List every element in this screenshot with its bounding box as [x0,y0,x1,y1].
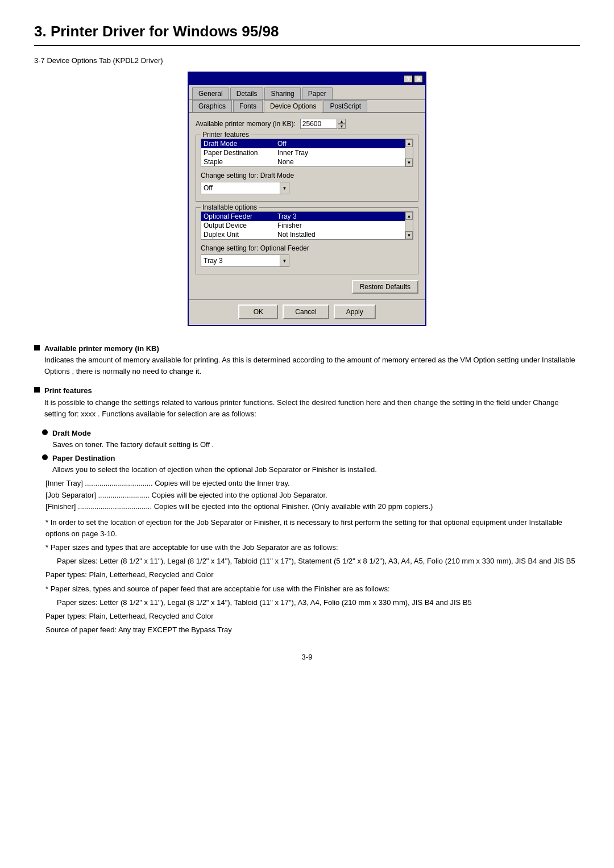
desc-features-content: Print features It is possible to change … [44,385,580,419]
ok-button[interactable]: OK [238,304,278,319]
tab-postscript[interactable]: PostScript [323,100,367,112]
installable-list[interactable]: Optional Feeder Tray 3 Output Device Fin… [201,211,413,240]
note-2: * Paper sizes and types that are accepta… [45,542,580,553]
dialog-footer: OK Cancel Apply [189,299,425,325]
feature-row-staple[interactable]: Staple None [201,157,405,166]
table-rows: [Inner Tray] ...........................… [45,478,580,512]
installable-scroll-up[interactable]: ▲ [405,212,413,220]
installable-name-feeder: Optional Feeder [204,212,277,220]
change-dropdown2-row: Tray 3 ▼ [201,254,413,267]
tab-details[interactable]: Details [230,87,264,99]
feature-value-staple: None [277,158,403,166]
cancel-button[interactable]: Cancel [283,304,329,319]
desc-memory-title: Available printer memory (in KB) [44,344,159,353]
change-dropdown-value: Off [204,184,213,192]
memory-label: Available printer memory (in KB): [196,120,296,128]
installable-name-output: Output Device [204,222,277,229]
tabs-row1: General Details Sharing Paper [189,85,425,100]
installable-scrollbar[interactable]: ▲ ▼ [405,212,413,239]
sub-paper-dest-body: Allows you to select the location of eje… [52,465,377,474]
bullet-square-features [34,387,40,393]
memory-input-wrap: ▲ ▼ [300,119,346,129]
scroll-down-arrow[interactable]: ▼ [405,158,413,166]
close-button[interactable]: ✕ [414,75,423,83]
scroll-up-arrow[interactable]: ▲ [405,139,413,147]
dialog-titlebar: ? ✕ [189,73,425,85]
table-text-finisher: Copies will be ejected into the optional… [154,502,433,511]
change-setting-label: Change setting for: Draft Mode [201,172,413,180]
desc-item-memory: Available printer memory (in KB) Indicat… [34,343,580,377]
installable-name-duplex: Duplex Unit [204,231,277,239]
spin-up[interactable]: ▲ [338,119,346,124]
table-row-finisher: [Finisher] .............................… [45,501,580,512]
tab-sharing[interactable]: Sharing [264,87,300,99]
installable-row-feeder[interactable]: Optional Feeder Tray 3 [201,212,405,221]
table-row-job-sep: [Job Separator] ........................… [45,490,580,501]
feature-row-paper-dest[interactable]: Paper Destination Inner Tray [201,148,405,157]
change-dropdown[interactable]: Off [201,182,280,194]
table-text-inner: Copies will be ejected onto the Inner tr… [155,479,290,487]
features-list[interactable]: Draft Mode Off Paper Destination Inner T… [201,139,413,167]
title-buttons: ? ✕ [404,75,423,83]
sub-draft-content: Draft Mode Saves on toner. The factory d… [52,428,214,450]
features-scrollbar[interactable]: ▲ ▼ [405,139,413,166]
tab-fonts[interactable]: Fonts [233,100,263,112]
help-button[interactable]: ? [404,75,413,83]
change-dropdown2-value: Tray 3 [204,257,223,265]
sub-draft-body: Saves on toner. The factory default sett… [52,440,214,449]
sub-draft-mode: Draft Mode Saves on toner. The factory d… [42,428,580,450]
dialog-container: ? ✕ General Details Sharing Paper Graphi… [34,72,580,326]
installable-options-title: Installable options [201,203,259,211]
memory-spinner: ▲ ▼ [338,119,346,129]
printer-features-title: Printer features [201,131,251,139]
change-dropdown2[interactable]: Tray 3 [201,254,280,267]
change-dropdown2-arrow[interactable]: ▼ [280,254,289,267]
sub-draft-title: Draft Mode [52,429,91,437]
apply-button[interactable]: Apply [334,304,376,319]
change-dropdown-row: Off ▼ [201,182,413,194]
memory-input[interactable] [300,119,337,129]
feature-value-paper-dest: Inner Tray [277,149,403,157]
feature-name-paper-dest: Paper Destination [204,149,277,157]
restore-row: Restore Defaults [196,280,418,294]
table-label-inner: [Inner Tray] ...........................… [45,479,153,487]
installable-row-output[interactable]: Output Device Finisher [201,221,405,230]
feature-name-draft: Draft Mode [204,140,277,148]
spin-down[interactable]: ▼ [338,124,346,129]
feature-name-staple: Staple [204,158,277,166]
sub-paper-dest: Paper Destination Allows you to select t… [42,453,580,475]
installable-options-group: Installable options Optional Feeder Tray… [196,207,418,274]
tab-device-options[interactable]: Device Options [264,100,322,112]
dialog-body: Available printer memory (in KB): ▲ ▼ Pr… [189,113,425,299]
installable-list-content: Optional Feeder Tray 3 Output Device Fin… [201,212,405,239]
table-text-job-sep: Copies will be ejected into the optional… [151,491,327,499]
restore-defaults-button[interactable]: Restore Defaults [352,280,418,294]
desc-features-body: It is possible to change the settings re… [44,398,559,418]
tab-graphics[interactable]: Graphics [192,100,232,112]
installable-value-output: Finisher [277,222,403,229]
printer-dialog: ? ✕ General Details Sharing Paper Graphi… [188,72,426,326]
bullet-square-memory [34,345,40,350]
note-3: Paper sizes: Letter (8 1/2" x 11"), Lega… [57,556,580,567]
features-list-content: Draft Mode Off Paper Destination Inner T… [201,139,405,166]
desc-features-title: Print features [44,386,92,395]
note-6: Paper sizes: Letter (8 1/2" x 11"), Lega… [57,597,580,608]
page-number: 3-9 [34,653,580,661]
tab-paper[interactable]: Paper [302,87,333,99]
sub-paper-dest-title: Paper Destination [52,454,115,462]
change-dropdown-arrow[interactable]: ▼ [280,182,289,194]
desc-memory-body: Indicates the amount of memory available… [44,356,575,375]
feature-value-draft: Off [277,140,403,148]
installable-value-feeder: Tray 3 [277,212,403,220]
installable-row-duplex[interactable]: Duplex Unit Not Installed [201,230,405,239]
table-row-inner-tray: [Inner Tray] ...........................… [45,478,580,489]
page-title: 3. Printer Driver for Windows 95/98 [34,23,580,46]
change-setting-label2: Change setting for: Optional Feeder [201,244,413,252]
sub-paper-dest-content: Paper Destination Allows you to select t… [52,453,377,475]
feature-row-draft[interactable]: Draft Mode Off [201,139,405,148]
memory-row: Available printer memory (in KB): ▲ ▼ [196,119,418,129]
tab-general[interactable]: General [192,87,229,99]
installable-scroll-down[interactable]: ▼ [405,231,413,239]
installable-value-duplex: Not Installed [277,231,403,239]
bullet-circle-draft [42,429,48,435]
